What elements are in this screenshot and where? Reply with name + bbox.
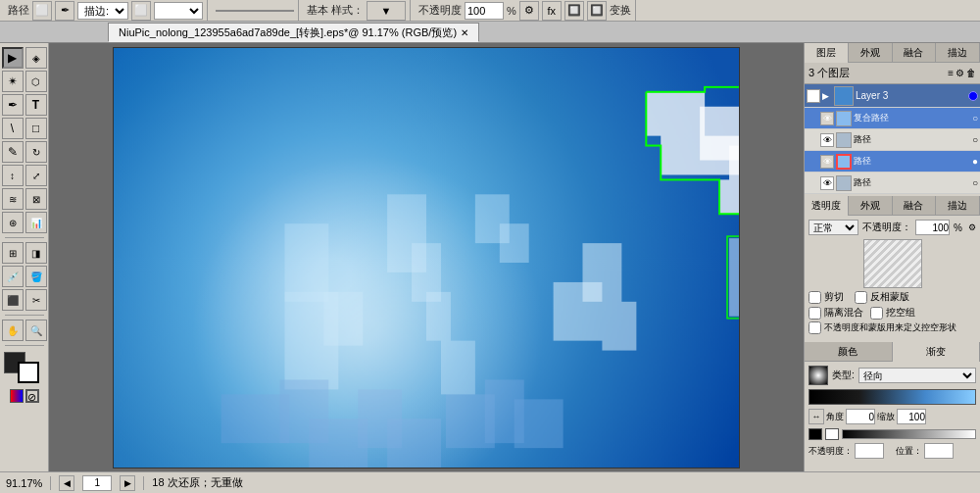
rect-btn[interactable]: □ [25,118,47,139]
gradient-type-label: 类型: [832,369,855,382]
opacity-ts-pct: % [954,222,962,233]
tab-transparency[interactable]: 透明度 [805,196,849,216]
gradient-type-select[interactable]: 径向 [858,368,976,383]
layers-btn-2[interactable]: 🗑 [966,68,976,78]
scale-btn[interactable]: ⤢ [25,165,47,186]
sublayer-path1-row[interactable]: 👁 路径 ○ [805,129,980,151]
stroke-icon[interactable]: ⬜ [131,1,151,21]
color-mode-btn[interactable] [10,389,24,403]
symbol-btn[interactable]: ⊛ [2,212,24,233]
eyedropper-btn[interactable]: 💉 [2,266,24,287]
layer-3-row[interactable]: 👁 ▶ Layer 3 [805,84,980,108]
tab-appearance[interactable]: 外观 [849,196,893,216]
path-icon-1[interactable]: ⬜ [32,1,52,21]
prev-page-btn[interactable]: ◀ [59,475,74,491]
isolate-checkbox[interactable] [808,307,821,320]
blend-tool-btn[interactable]: ⬛ [2,289,24,311]
next-page-btn[interactable]: ▶ [120,475,135,491]
path-section: 路径 ⬜ ✒ 描边: ⬜ [4,0,208,21]
mesh-btn[interactable]: ⊞ [2,242,24,264]
direct-selection-btn[interactable]: ◈ [25,47,47,69]
knockout-checkbox[interactable] [870,307,883,320]
loc-input[interactable] [924,443,954,459]
path-select[interactable]: 描边: [77,2,128,20]
free-transform-btn[interactable]: ⊠ [25,188,47,210]
main-tab[interactable]: NiuPic_nolong_123955a6ad7a89de_[转换].eps*… [108,23,479,42]
layers-btn-1[interactable]: ⚙ [956,68,964,78]
type-btn[interactable]: T [25,94,47,116]
tool-icon-2[interactable]: 🔲 [587,1,607,21]
opacity-input[interactable]: 100 [465,2,504,20]
hand-btn[interactable]: ✋ [2,320,24,341]
tool-row-4: \ □ [2,118,47,139]
reverse-btn[interactable]: ↔ [808,409,824,424]
line-section [212,0,299,21]
reflect-btn[interactable]: ↕ [2,165,24,186]
tab-color[interactable]: 颜色 [805,342,893,362]
slice-btn[interactable]: ✂ [25,289,47,311]
layer-3-color [968,91,978,101]
blend-mode-select[interactable]: 正常 [808,220,858,235]
sublayer-path1-eye[interactable]: 👁 [820,133,834,147]
lasso-btn[interactable]: ⬡ [25,71,47,92]
stop-black[interactable] [808,428,822,440]
column-graph-btn[interactable]: 📊 [25,212,47,233]
opacity-g-input[interactable] [855,443,884,459]
sublayer-compound-row[interactable]: 👁 复合路径 ○ [805,108,980,129]
layer-3-thumb [834,86,854,106]
opacity-pct: % [507,5,516,17]
tab-stroke2[interactable]: 描边 [936,196,980,216]
invert-checkbox[interactable] [855,291,867,304]
stroke-box[interactable] [18,362,39,383]
path-icon-2[interactable]: ✒ [55,1,74,21]
gradient-preview-icon[interactable] [808,366,828,385]
clip-checkbox[interactable] [808,291,821,304]
pen-btn[interactable]: ✒ [2,94,24,116]
layers-menu-btn[interactable]: ≡ [948,68,954,78]
color-stop-row [808,428,976,440]
opacity-ts-input[interactable]: 100 [915,220,950,235]
tab-blend[interactable]: 融合 [893,43,937,63]
tab-close-btn[interactable]: ✕ [461,27,468,38]
sublayer-compound-eye[interactable]: 👁 [820,112,834,125]
layer-3-expand[interactable]: ▶ [822,91,832,101]
zoom-btn[interactable]: 🔍 [25,320,47,341]
line-btn[interactable]: \ [2,118,24,139]
tab-outer[interactable]: 外观 [849,43,893,63]
paint-bucket-btn[interactable]: 🪣 [25,266,47,287]
angle-input[interactable]: 0 [846,409,875,424]
none-mode-btn[interactable]: ⊘ [25,389,39,403]
sublayer-path2-icon: ● [972,156,978,167]
sublayer-path3-row[interactable]: 👁 路径 ○ [805,173,980,194]
rotate-btn[interactable]: ↻ [25,141,47,163]
define-label: 不透明度和蒙版用来定义控空形状 [824,321,956,334]
tab-layers[interactable]: 图层 [805,43,849,63]
magic-wand-btn[interactable]: ✴ [2,71,24,92]
top-toolbar: 路径 ⬜ ✒ 描边: ⬜ 基本 样式： ▼ 不透明度 100 % ⚙ fx 🔲 … [0,0,980,22]
artwork-canvas[interactable] [114,48,739,468]
scale-input[interactable]: 100 [897,409,926,424]
opacity-ts-gear[interactable]: ⚙ [968,222,976,232]
sublayer-path2-row[interactable]: 👁 路径 ● [805,151,980,173]
gradient-bar[interactable] [808,389,976,405]
sublayer-path2-eye[interactable]: 👁 [820,155,834,169]
style-select[interactable]: ▼ [367,1,406,21]
tab-gradient[interactable]: 渐变 [893,342,981,362]
define-checkbox[interactable] [808,321,821,334]
sublayer-path3-eye[interactable]: 👁 [820,176,834,190]
selection-tool-btn[interactable]: ▶ [2,47,24,69]
page-number-input[interactable]: 1 [82,475,112,491]
stop-white[interactable] [825,428,839,440]
gradient-btn[interactable]: ◨ [25,242,47,264]
fx-btn[interactable]: fx [542,1,562,21]
weight-select[interactable] [154,2,203,20]
tab-blending[interactable]: 融合 [893,196,937,216]
blend-mode-row: 正常 不透明度： 100 % ⚙ [808,220,976,235]
tab-stroke[interactable]: 描边 [936,43,980,63]
layer-3-eye[interactable]: 👁 [807,89,820,103]
brush-btn[interactable]: ✎ [2,141,24,163]
warp-btn[interactable]: ≋ [2,188,24,210]
opacity-gear[interactable]: ⚙ [519,1,539,21]
stop-gradient[interactable] [842,429,976,439]
tool-icon-1[interactable]: 🔲 [564,1,584,21]
